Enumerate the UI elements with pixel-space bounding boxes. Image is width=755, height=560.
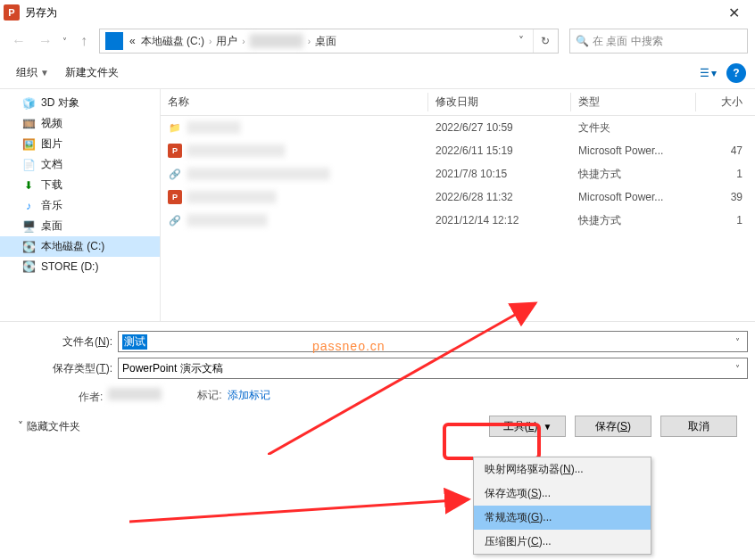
chevron-down-icon: ▼	[543, 422, 552, 432]
body-area: 🧊3D 对象🎞️视频🖼️图片📄文档⬇下载♪音乐🖥️桌面💽本地磁盘 (C:)💽ST…	[0, 89, 755, 321]
filename-label: 文件名(N):	[7, 334, 118, 350]
chevron-down-icon[interactable]: ˅	[729, 332, 745, 351]
tags-field[interactable]: 标记:添加标记	[197, 388, 270, 405]
file-list[interactable]: 名称 修改日期 类型 大小 📁2022/6/27 10:59文件夹P2022/6…	[161, 89, 755, 321]
addr-seg-users[interactable]: 用户	[213, 34, 240, 49]
save-button[interactable]: 保存(S)	[575, 416, 651, 437]
folder-icon: 📄	[21, 158, 36, 172]
sidebar-item[interactable]: 🖼️图片	[0, 134, 160, 154]
tools-menu: 映射网络驱动器(N)...保存选项(S)...常规选项(G)...压缩图片(C)…	[473, 457, 651, 555]
menu-item[interactable]: 压缩图片(C)...	[474, 530, 651, 554]
sidebar-item-label: 3D 对象	[41, 95, 79, 111]
folder-icon: 🖥️	[21, 219, 36, 234]
tools-button[interactable]: 工具(L)▼	[489, 416, 566, 437]
table-row[interactable]: P2022/6/28 11:32Microsoft Power...39	[161, 185, 755, 209]
folder-icon: 🧊	[21, 96, 36, 111]
col-date[interactable]: 修改日期	[428, 89, 571, 115]
folder-icon: 💽	[21, 259, 36, 274]
menu-item[interactable]: 映射网络驱动器(N)...	[474, 457, 651, 482]
author-field[interactable]: 作者:	[79, 388, 162, 405]
folder-icon: ⬇	[21, 178, 36, 193]
filetype-select[interactable]: PowerPoint 演示文稿˅	[118, 358, 748, 379]
organize-menu[interactable]: 组织▼	[9, 62, 56, 84]
navigation-pane[interactable]: 🧊3D 对象🎞️视频🖼️图片📄文档⬇下载♪音乐🖥️桌面💽本地磁盘 (C:)💽ST…	[0, 89, 161, 321]
history-dropdown[interactable]: ˅	[61, 37, 69, 46]
navbar: ← → ˅ ↑ « 本地磁盘 (C:)› 用户› › 桌面 ˅ ↻ 🔍 在 桌面…	[0, 25, 755, 57]
app-icon: P	[4, 4, 20, 21]
table-row[interactable]: 🔗2021/12/14 12:12快捷方式1	[161, 209, 755, 232]
chevron-right-icon: ›	[207, 37, 213, 46]
titlebar: P 另存为 ✕	[0, 0, 755, 25]
chevron-down-icon: ˅	[18, 420, 23, 432]
search-input[interactable]: 🔍 在 桌面 中搜索	[569, 29, 748, 54]
sidebar-item-label: 图片	[41, 136, 62, 152]
close-button[interactable]: ✕	[716, 0, 751, 25]
sidebar-item[interactable]: 🖥️桌面	[0, 216, 160, 236]
address-bar[interactable]: « 本地磁盘 (C:)› 用户› › 桌面 ˅ ↻	[99, 29, 559, 54]
address-dropdown[interactable]: ˅	[510, 29, 533, 53]
new-folder-button[interactable]: 新建文件夹	[58, 62, 126, 84]
chevron-down-icon[interactable]: ˅	[729, 358, 745, 378]
form-area: 文件名(N): 测试˅ 保存类型(T): PowerPoint 演示文稿˅ 作者…	[0, 321, 755, 451]
addr-seg-drive[interactable]: 本地磁盘 (C:)	[138, 34, 207, 49]
column-headers[interactable]: 名称 修改日期 类型 大小	[161, 89, 755, 116]
filetype-label: 保存类型(T):	[7, 361, 118, 376]
hide-folders-toggle[interactable]: ˅隐藏文件夹	[18, 419, 80, 434]
cancel-button[interactable]: 取消	[660, 416, 737, 437]
command-bar: 组织▼ 新建文件夹 ☰▾ ?	[0, 57, 755, 89]
col-type[interactable]: 类型	[571, 89, 696, 115]
sidebar-item[interactable]: 🧊3D 对象	[0, 93, 160, 113]
addr-seg-redacted[interactable]	[247, 34, 306, 48]
location-icon	[105, 32, 123, 50]
sidebar-item-label: 本地磁盘 (C:)	[41, 239, 104, 254]
search-placeholder: 在 桌面 中搜索	[593, 34, 663, 49]
table-row[interactable]: 🔗2021/7/8 10:15快捷方式1	[161, 162, 755, 185]
sidebar-item[interactable]: 💽本地磁盘 (C:)	[0, 236, 160, 257]
back-button[interactable]: ←	[7, 29, 30, 53]
col-size[interactable]: 大小	[696, 89, 750, 115]
chevron-down-icon: ▼	[40, 68, 49, 78]
sidebar-item-label: 文档	[41, 157, 62, 172]
refresh-button[interactable]: ↻	[533, 29, 556, 53]
folder-icon: 🎞️	[21, 117, 36, 131]
up-button[interactable]: ↑	[72, 29, 95, 53]
sidebar-item[interactable]: ⬇下载	[0, 175, 160, 195]
chevron-right-icon: ›	[240, 37, 246, 46]
sidebar-item-label: 下载	[41, 177, 62, 193]
chevron-right-icon: ›	[306, 37, 312, 46]
sidebar-item-label: 桌面	[41, 218, 62, 234]
sidebar-item[interactable]: ♪音乐	[0, 195, 160, 216]
search-icon: 🔍	[576, 35, 589, 47]
sidebar-item[interactable]: 💽STORE (D:)	[0, 257, 160, 276]
folder-icon: 🖼️	[21, 137, 36, 152]
sidebar-item[interactable]: 📄文档	[0, 154, 160, 175]
addr-prefix[interactable]: «	[127, 35, 138, 47]
menu-item[interactable]: 保存选项(S)...	[474, 482, 651, 506]
sidebar-item-label: STORE (D:)	[41, 260, 98, 273]
folder-icon: 💽	[21, 240, 36, 254]
window-title: 另存为	[25, 5, 716, 21]
col-name[interactable]: 名称	[161, 89, 428, 115]
filename-input[interactable]: 测试˅	[118, 331, 748, 352]
help-button[interactable]: ?	[726, 63, 746, 83]
menu-item[interactable]: 常规选项(G)...	[474, 506, 651, 530]
table-row[interactable]: 📁2022/6/27 10:59文件夹	[161, 116, 755, 139]
svg-line-1	[129, 499, 469, 522]
addr-seg-desktop[interactable]: 桌面	[312, 34, 339, 49]
sidebar-item-label: 音乐	[41, 198, 62, 213]
sidebar-item-label: 视频	[41, 116, 62, 131]
folder-icon: ♪	[21, 199, 36, 213]
sidebar-item[interactable]: 🎞️视频	[0, 113, 160, 134]
view-options-button[interactable]: ☰▾	[696, 62, 719, 85]
annotation-arrow	[129, 473, 486, 526]
table-row[interactable]: P2022/6/11 15:19Microsoft Power...47	[161, 139, 755, 162]
forward-button[interactable]: →	[34, 29, 57, 53]
